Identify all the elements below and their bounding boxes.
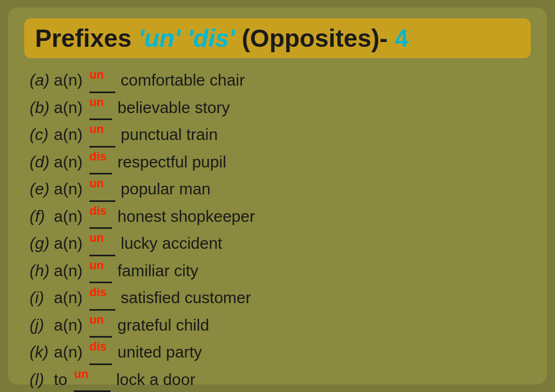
item-letter: (f): [30, 206, 54, 228]
list-item: (i) a(n) dis satisfied customer: [30, 285, 531, 311]
item-intro: a(n): [54, 206, 87, 228]
item-word: satisfied customer: [116, 287, 251, 309]
title-box: Prefixes 'un' 'dis' (Opposites)- 4: [24, 18, 531, 58]
item-letter: (g): [30, 233, 54, 255]
item-word: lucky accident: [116, 233, 223, 255]
title-rest: (Opposites)-: [235, 24, 394, 52]
item-letter: (c): [30, 124, 54, 146]
prefix-answer: un: [89, 258, 104, 272]
list-item: (b) a(n) un believable story: [30, 95, 531, 121]
item-letter: (e): [30, 178, 54, 200]
blank-field: un: [89, 95, 112, 121]
item-letter: (h): [30, 260, 54, 282]
list-item: (d) a(n) dis respectful pupil: [30, 150, 531, 175]
prefix-answer: un: [89, 231, 104, 244]
list-item: (g) a(n) un lucky accident: [30, 231, 531, 256]
list-item: (l) to un lock a door: [30, 367, 531, 393]
item-letter: (b): [30, 97, 54, 119]
item-intro: a(n): [54, 124, 87, 146]
items-list: (a) a(n) un comfortable chair (b) a(n) u…: [24, 68, 531, 392]
item-intro: a(n): [54, 341, 87, 363]
item-word: respectful pupil: [113, 151, 226, 173]
title-number: 4: [394, 24, 408, 52]
item-letter: (d): [30, 151, 54, 173]
blank-field: un: [89, 231, 115, 256]
prefix-answer: dis: [89, 150, 107, 163]
item-intro: a(n): [54, 314, 87, 337]
prefix-answer: un: [89, 95, 104, 109]
list-item: (e) a(n) un popular man: [30, 177, 531, 202]
title-italic1: 'un': [138, 24, 181, 52]
blank-field: dis: [89, 150, 112, 175]
item-word: popular man: [116, 178, 211, 200]
blank-field: dis: [89, 204, 112, 229]
list-item: (a) a(n) un comfortable chair: [30, 68, 531, 93]
prefix-answer: dis: [89, 340, 107, 353]
title-space1: [181, 24, 188, 52]
item-letter: (a): [30, 69, 54, 92]
item-word: honest shopkeeper: [113, 206, 255, 228]
blank-field: un: [89, 122, 115, 148]
item-intro: a(n): [54, 151, 87, 173]
item-letter: (l): [30, 369, 54, 391]
list-item: (f) a(n) dis honest shopkeeper: [30, 204, 531, 229]
item-intro: a(n): [54, 178, 87, 200]
blank-field: dis: [89, 340, 112, 365]
item-letter: (k): [30, 341, 54, 363]
item-intro: a(n): [54, 69, 87, 92]
item-word: believable story: [113, 97, 230, 119]
prefix-answer: un: [89, 177, 104, 190]
item-intro: a(n): [54, 260, 87, 282]
title-italic2: 'dis': [188, 24, 235, 52]
item-intro: a(n): [54, 233, 87, 255]
prefix-answer: dis: [89, 285, 107, 299]
item-word: familiar city: [113, 260, 198, 282]
item-word: lock a door: [112, 369, 195, 391]
item-word: punctual train: [116, 124, 218, 146]
list-item: (k) a(n) dis united party: [30, 340, 531, 365]
item-intro: a(n): [54, 287, 87, 309]
slide: Prefixes 'un' 'dis' (Opposites)- 4 (a) a…: [8, 8, 547, 384]
blank-field: un: [89, 313, 112, 338]
item-letter: (i): [30, 287, 54, 309]
list-item: (j) a(n) un grateful child: [30, 313, 531, 338]
prefix-answer: un: [74, 367, 88, 381]
item-word: grateful child: [113, 314, 209, 337]
blank-field: un: [74, 367, 110, 393]
item-letter: (j): [30, 314, 54, 337]
item-intro: to: [54, 369, 72, 391]
blank-field: un: [89, 258, 112, 284]
title-text: Prefixes 'un' 'dis' (Opposites)- 4: [35, 24, 408, 53]
item-word: comfortable chair: [116, 69, 245, 92]
title-prefix: Prefixes: [35, 24, 138, 52]
blank-field: un: [89, 177, 115, 202]
prefix-answer: un: [89, 68, 104, 81]
prefix-answer: un: [89, 313, 104, 326]
item-word: united party: [113, 341, 202, 363]
blank-field: dis: [89, 285, 115, 311]
item-intro: a(n): [54, 97, 87, 119]
blank-field: un: [89, 68, 115, 93]
list-item: (h) a(n) un familiar city: [30, 258, 531, 284]
prefix-answer: un: [89, 122, 104, 136]
list-item: (c) a(n) un punctual train: [30, 122, 531, 148]
prefix-answer: dis: [89, 204, 107, 218]
